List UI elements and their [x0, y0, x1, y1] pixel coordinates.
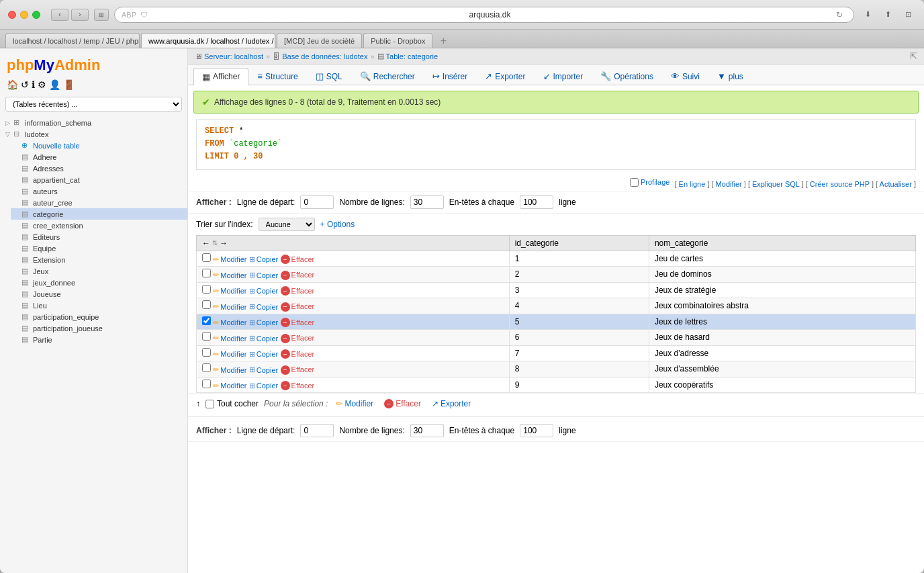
- modify-button[interactable]: ✏ Modifier: [213, 350, 246, 359]
- sidebar-item-information-schema[interactable]: ▷ ⊞ information_schema: [0, 117, 187, 128]
- breadcrumb-db[interactable]: Base de données: ludotex: [282, 52, 367, 60]
- profilage-checkbox[interactable]: [630, 178, 639, 187]
- modify-button[interactable]: ✏ Modifier: [213, 271, 246, 279]
- sidebar-table-editeurs[interactable]: ▤ Editeurs: [11, 231, 187, 243]
- row-checkbox[interactable]: [202, 316, 211, 325]
- minimize-button[interactable]: [20, 11, 28, 19]
- profilage-link[interactable]: Profilage: [641, 178, 669, 186]
- sort-select[interactable]: Aucune PRIMARY: [259, 218, 315, 231]
- sidebar-table-cree-extension[interactable]: ▤ cree_extension: [11, 220, 187, 231]
- expliquer-link[interactable]: Expliquer SQL: [752, 180, 800, 188]
- th-nom-categorie[interactable]: nom_categorie: [649, 235, 915, 251]
- delete-circle-icon[interactable]: −: [281, 318, 290, 327]
- row-checkbox[interactable]: [202, 363, 211, 372]
- new-tab-button[interactable]: +: [436, 34, 450, 48]
- modify-button[interactable]: ✏ Modifier: [213, 287, 246, 296]
- delete-button[interactable]: Effacer: [291, 334, 315, 342]
- tab-operations[interactable]: 🔧 Opérations: [592, 67, 662, 85]
- user-icon[interactable]: 👤: [49, 79, 60, 90]
- address-bar[interactable]: ABP 🛡 arquusia.dk ↻: [114, 7, 854, 23]
- sidebar-table-adhere[interactable]: ▤ Adhere: [11, 151, 187, 163]
- copy-button[interactable]: ⊞ Copier: [249, 287, 278, 296]
- info-icon[interactable]: ℹ: [32, 79, 35, 90]
- refresh-icon[interactable]: ↺: [21, 79, 29, 90]
- tab-structure[interactable]: ≡ Structure: [248, 67, 306, 85]
- tab-afficher[interactable]: ▦ Afficher: [193, 68, 248, 85]
- tab-rechercher[interactable]: 🔍 Rechercher: [351, 67, 424, 85]
- row-checkbox[interactable]: [202, 253, 211, 262]
- row-checkbox[interactable]: [202, 269, 211, 277]
- browser-tab-0[interactable]: localhost / localhost / temp / JEU / php…: [5, 33, 140, 48]
- sidebar-table-equipe[interactable]: ▤ Equipe: [11, 243, 187, 254]
- modify-button[interactable]: ✏ Modifier: [213, 318, 246, 327]
- modifier-link[interactable]: Modifier: [716, 180, 742, 188]
- ligne-depart-input[interactable]: [300, 195, 334, 209]
- copy-button[interactable]: ⊞ Copier: [249, 365, 278, 374]
- copy-button[interactable]: ⊞ Copier: [249, 382, 278, 390]
- sidebar-table-partie[interactable]: ▤ Partie: [11, 334, 187, 345]
- en-tetes-input[interactable]: [520, 195, 553, 209]
- close-button[interactable]: [8, 11, 16, 19]
- copy-button[interactable]: ⊞ Copier: [249, 334, 278, 343]
- modify-button[interactable]: ✏ Modifier: [213, 382, 246, 390]
- delete-button[interactable]: Effacer: [291, 365, 315, 373]
- row-checkbox[interactable]: [202, 300, 211, 309]
- home-icon[interactable]: 🏠: [7, 79, 18, 90]
- delete-button[interactable]: Effacer: [291, 302, 315, 310]
- nombre-lignes-input-2[interactable]: [410, 424, 444, 437]
- bottom-modifier-button[interactable]: ✏ Modifier: [333, 398, 376, 410]
- delete-circle-icon[interactable]: −: [281, 302, 290, 312]
- ligne-depart-input-2[interactable]: [300, 424, 334, 437]
- back-button[interactable]: ‹: [51, 9, 68, 21]
- copy-button[interactable]: ⊞ Copier: [249, 318, 278, 327]
- copy-button[interactable]: ⊞ Copier: [249, 350, 278, 359]
- delete-circle-icon[interactable]: −: [281, 286, 290, 296]
- bottom-exporter-button[interactable]: ↗ Exporter: [429, 398, 473, 410]
- sidebar-toggle-icon[interactable]: ⊡: [900, 9, 916, 21]
- delete-button[interactable]: Effacer: [291, 287, 315, 295]
- tab-suivi[interactable]: 👁 Suivi: [662, 67, 708, 85]
- delete-button[interactable]: Effacer: [291, 350, 315, 358]
- delete-button[interactable]: Effacer: [291, 255, 315, 263]
- share-icon[interactable]: ⬆: [880, 9, 896, 21]
- delete-button[interactable]: Effacer: [291, 318, 315, 326]
- tab-view-button[interactable]: ⊞: [94, 9, 109, 21]
- sidebar-table-extension[interactable]: ▤ Extension: [11, 254, 187, 265]
- modify-button[interactable]: ✏ Modifier: [213, 365, 246, 374]
- breadcrumb-server[interactable]: Serveur: localhost: [204, 52, 263, 60]
- sidebar-table-auteur-cree[interactable]: ▤ auteur_cree: [11, 197, 187, 208]
- tab-inserer[interactable]: ↦ Insérer: [424, 67, 476, 85]
- tab-sql[interactable]: ◫ SQL: [307, 67, 351, 85]
- download-icon[interactable]: ⬇: [860, 9, 876, 21]
- sidebar-table-participation-equipe[interactable]: ▤ participation_equipe: [11, 311, 187, 322]
- row-checkbox[interactable]: [202, 332, 211, 341]
- sidebar-table-appartient-cat[interactable]: ▤ appartient_cat: [11, 174, 187, 185]
- sidebar-table-jeux[interactable]: ▤ Jeux: [11, 265, 187, 277]
- copy-button[interactable]: ⊞ Copier: [249, 302, 278, 311]
- sidebar-table-participation-joueuse[interactable]: ▤ participation_joueuse: [11, 322, 187, 334]
- sidebar-table-lieu[interactable]: ▤ Lieu: [11, 300, 187, 311]
- sidebar-item-ludotex[interactable]: ▽ ⊟ ludotex: [0, 128, 187, 140]
- row-checkbox[interactable]: [202, 285, 211, 294]
- delete-circle-icon[interactable]: −: [281, 334, 290, 343]
- nombre-lignes-input[interactable]: [410, 195, 444, 209]
- reload-button[interactable]: ↻: [832, 9, 847, 21]
- actualiser-link[interactable]: Actualiser: [880, 180, 912, 188]
- modify-button[interactable]: ✏ Modifier: [213, 255, 246, 264]
- tab-importer[interactable]: ↙ Importer: [535, 67, 592, 85]
- delete-button[interactable]: Effacer: [291, 271, 315, 279]
- browser-tab-3[interactable]: Public - Dropbox: [363, 33, 432, 48]
- browser-tab-2[interactable]: [MCD] Jeu de société: [277, 33, 362, 48]
- th-id-categorie[interactable]: id_categorie: [509, 235, 649, 251]
- tab-exporter[interactable]: ↗ Exporter: [476, 67, 534, 85]
- sidebar-table-categorie[interactable]: ▤ categorie: [11, 208, 187, 220]
- breadcrumb-collapse-icon[interactable]: ⇱: [910, 51, 917, 61]
- copy-button[interactable]: ⊞ Copier: [249, 271, 278, 279]
- sidebar-table-joueuse[interactable]: ▤ Joueuse: [11, 288, 187, 300]
- sidebar-table-auteurs[interactable]: ▤ auteurs: [11, 185, 187, 197]
- row-checkbox[interactable]: [202, 380, 211, 388]
- options-link[interactable]: + Options: [320, 220, 355, 229]
- modify-button[interactable]: ✏ Modifier: [213, 302, 246, 311]
- delete-circle-icon[interactable]: −: [281, 365, 290, 375]
- tab-plus[interactable]: ▼ plus: [708, 67, 752, 85]
